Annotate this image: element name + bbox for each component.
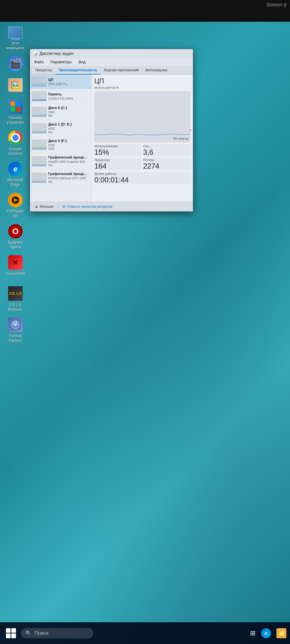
stat-uptime: Время работы 0:00:01:44 [94, 172, 190, 184]
desktop-icon-photo[interactable]: 🖼️ [4, 76, 27, 95]
photo-icon: 🖼️ [8, 78, 23, 92]
task-view-icon[interactable]: ⊞ [250, 629, 256, 637]
desktop-icon-edge[interactable]: e Microsoft Edge [4, 160, 27, 189]
gpu1-info: Графический проце... Intel(R) UHD Graphi… [48, 155, 90, 167]
less-button-label: Меньше [40, 204, 54, 208]
cpu-stats-grid: Использование 15% Ско... 3,6 Процессы 16… [94, 144, 190, 184]
filmreel-icon: 🎬 [8, 56, 23, 71]
stat-processes-value: 164 [94, 162, 141, 170]
memory-name: Память [48, 92, 90, 96]
resource-memory[interactable]: Память 3,0/15,9 ГБ (19%) [30, 89, 91, 104]
menu-view[interactable]: Вид [77, 59, 87, 65]
stat-speed-value: 3,6 [143, 148, 190, 156]
disk2-sub1: USB [48, 144, 90, 147]
gpu2-sub1: NVIDIA GeForce GTX 1050 [48, 176, 90, 180]
desktop-icon-potplayer[interactable]: PotPlayer bit [4, 192, 27, 220]
cpu-usage-graph: 60 секунд [94, 92, 190, 142]
resource-gpu2[interactable]: Графический проце... NVIDIA GeForce GTX … [30, 170, 91, 186]
resource-disk2[interactable]: Диск 2 (F:) USB 32% [30, 136, 91, 153]
stat-uptime-label: Время работы [94, 172, 190, 176]
icon-label-convertx: ConvertXto... [5, 271, 26, 281]
cpu-detail-title: ЦП [94, 77, 190, 85]
disk2-mini-graph [32, 140, 46, 150]
stat-usage-label: Использование [94, 144, 141, 148]
convertx-icon: ✕ [8, 255, 23, 270]
disk0-sub1: SSD [48, 110, 90, 114]
potplayer-icon [8, 193, 23, 207]
open-monitor-link[interactable]: 🖥 Открыть монитор ресурсов [62, 204, 112, 208]
tab-performance[interactable]: Производительность [55, 66, 100, 74]
cpu-sub: 15% 3,69 ГГц [48, 82, 90, 86]
task-manager-menubar: Файл Параметры Вид [30, 58, 193, 66]
icon-label-formatfactory: Format Factory [5, 334, 26, 343]
task-manager-icon: 📊 [33, 51, 38, 56]
graph-timer: 60 секунд [173, 137, 188, 140]
desktop-icon-cs16[interactable]: CS 1.6 CS 1.6 Russian [4, 285, 27, 313]
less-button[interactable]: ▲ Меньше [33, 204, 55, 210]
resource-disk1[interactable]: Диск 1 (D: E:) HDD 0% [30, 120, 91, 136]
tab-processes[interactable]: Процессы [32, 66, 55, 74]
desktop-icon-filmreel[interactable]: 🎬 [4, 55, 27, 74]
disk1-mini-graph [32, 123, 46, 133]
task-manager-titlebar: 📊 Диспетчер задач [30, 49, 193, 58]
icon-label-opera: Браузер Opera [5, 240, 26, 250]
tab-journal[interactable]: Журнал приложений [101, 66, 142, 74]
gpu1-sub2: 0% [48, 164, 90, 167]
edge-icon: e [8, 162, 23, 176]
gpu1-name: Графический проце... [48, 155, 90, 160]
gpu2-info: Графический проце... NVIDIA GeForce GTX … [48, 172, 90, 184]
top-border [0, 0, 290, 22]
disk1-sub1: HDD [48, 127, 90, 130]
menu-params[interactable]: Параметры [49, 59, 73, 65]
disk0-mini-graph [32, 107, 46, 117]
gpu2-name: Графический проце... [48, 172, 90, 176]
stat-usage: Использование 15% [94, 144, 141, 156]
memory-mini-graph [32, 91, 46, 101]
cs-icon: CS 1.6 [8, 286, 23, 301]
desktop: Somon.tj Этот компьюте 🎬 🖼️ [0, 0, 290, 644]
cpu-detail-panel: ЦП Используется % 60 секунд [92, 74, 193, 202]
stat-processes-label: Процессы [94, 158, 141, 162]
disk2-name: Диск 2 (F:) [48, 139, 90, 143]
gpu1-sub1: Intel(R) UHD Graphics 630 [48, 160, 90, 164]
search-bar[interactable]: 🔍 Поиск [21, 628, 93, 638]
desktop-icon-opera[interactable]: O Браузер Opera [4, 222, 27, 251]
desktop-icon-formatfactory[interactable]: Format Factory [4, 316, 27, 344]
monitor-icon: 🖥 [62, 204, 65, 208]
stat-speed: Ско... 3,6 [143, 144, 190, 156]
desktop-icon-chrome[interactable]: Google Chrome [4, 129, 27, 158]
start-button[interactable] [4, 626, 18, 640]
monitor-link-label: Открыть монитор ресурсов [66, 204, 112, 208]
desktop-icon-convertx[interactable]: ✕ ConvertXto... [4, 254, 27, 282]
gpu2-sub2: 0% [48, 180, 90, 184]
stat-speed-label: Ско... [143, 144, 190, 148]
gpu1-mini-graph [32, 156, 46, 166]
icon-label-panel: Панель управлен [5, 116, 26, 125]
chrome-icon [8, 130, 23, 145]
resource-list: ЦП 15% 3,69 ГГц Память 3,0/15,9 ГБ (19%) [30, 74, 92, 202]
resource-gpu1[interactable]: Графический проце... Intel(R) UHD Graphi… [30, 153, 91, 170]
edge-taskbar-button[interactable]: e [261, 628, 271, 638]
tab-autostart[interactable]: Автозагрузка [142, 66, 170, 74]
resource-disk0[interactable]: Диск 0 (C:) SSD 0% [30, 104, 91, 120]
icon-label-computer: Этот компьюте [5, 41, 26, 50]
stat-threads-label: Потоки [143, 158, 190, 162]
menu-file[interactable]: Файл [33, 59, 45, 65]
resource-cpu[interactable]: ЦП 15% 3,69 ГГц [30, 74, 91, 89]
stat-threads-value: 2274 [143, 162, 190, 170]
desktop-icon-computer[interactable]: Этот компьюте [4, 24, 27, 52]
disk2-info: Диск 2 (F:) USB 32% [48, 139, 90, 151]
task-manager-title: Диспетчер задач [39, 51, 190, 56]
task-manager-window: 📊 Диспетчер задач Файл Параметры Вид Про… [30, 49, 193, 212]
folder-taskbar-button[interactable]: 📁 [277, 628, 286, 638]
icon-label-chrome: Google Chrome [5, 146, 26, 156]
memory-sub: 3,0/15,9 ГБ (19%) [48, 97, 90, 100]
search-placeholder: Поиск [34, 630, 48, 636]
task-manager-tabs: Процессы Производительность Журнал прило… [30, 66, 193, 74]
icon-label-edge: Microsoft Edge [5, 178, 26, 187]
desktop-icons: Этот компьюте 🎬 🖼️ [4, 24, 27, 344]
stat-uptime-value: 0:00:01:44 [94, 176, 190, 184]
disk2-sub2: 32% [48, 147, 90, 151]
stat-usage-value: 15% [94, 148, 141, 156]
desktop-icon-panel[interactable]: Панель управлен [4, 98, 27, 126]
